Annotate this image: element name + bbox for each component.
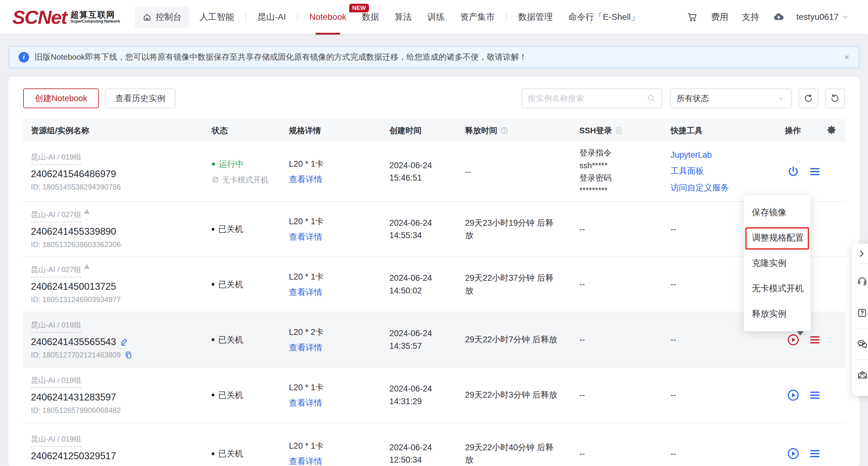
chevron-right-icon[interactable] [852,244,868,263]
status-label: 已关机 [218,448,243,459]
status-dot [212,228,214,231]
search-input[interactable] [528,94,647,103]
notice-banner: i 旧版Notebook即将下线，您可以将原有镜像中数据保存至共享存储或固化原有… [9,46,859,68]
operations-cell [766,334,845,346]
view-details-link[interactable]: 查看详情 [289,287,322,298]
tool-link[interactable]: 工具面板 [671,166,766,177]
context-menu-item[interactable]: 无卡模式开机 [744,276,810,301]
row-menu-icon[interactable] [809,447,821,460]
wechat-icon[interactable] [852,329,868,359]
row-menu-icon[interactable] [809,389,821,401]
table-settings-gear-icon[interactable] [826,125,845,136]
reset-button[interactable] [825,88,845,108]
instance-name: 2406241546486979 [31,169,204,180]
instance-id-text: ID: 1805101170257205601 [31,465,120,466]
instance-id-text: ID: 1805126579906068482 [31,406,121,415]
nav-item-ai[interactable]: 人工智能 [192,0,242,34]
ssh-info-line: ssh***** [579,159,663,172]
play-icon[interactable] [787,389,799,401]
resource-group-label: 昆山-AI / 019组 [31,375,81,388]
context-menu-item[interactable]: 克隆实例 [744,251,810,276]
nav-item-asset-market[interactable]: 资产集市 [453,0,502,34]
column-header-label: 资源组/实例名称 [31,125,89,136]
instance-id: ID: 1805145538294390786 [31,183,204,192]
context-menu-item[interactable]: 释放实例 [744,301,810,326]
refresh-button[interactable] [799,88,818,108]
edit-pencil-icon[interactable] [120,338,128,346]
column-header-label: 快捷工具 [671,125,703,136]
release-time: -- [465,166,560,178]
row-menu-icon[interactable] [809,334,821,346]
nav-item-kunshan-ai[interactable]: 昆山-AI [250,0,293,34]
view-details-link[interactable]: 查看详情 [289,397,322,408]
banner-close-icon[interactable]: × [844,53,849,62]
status-cell: 已关机 [204,224,281,235]
headset-icon[interactable] [852,264,868,297]
no-card-mode-status: 无卡模式开机 [212,175,281,185]
tools-cell: -- [663,449,766,459]
power-icon[interactable] [787,166,799,178]
active-tab-underline [315,33,340,35]
cloud-upload-icon[interactable] [766,11,792,23]
context-menu-item[interactable]: 调整规格配置 [744,225,810,251]
ssh-info-line: 登录指令 [579,147,663,159]
instance-id: ID: 1805101170257205601 [31,465,204,466]
user-menu[interactable]: testyu0617 [792,12,854,22]
status-filter-select[interactable]: 所有状态 [670,88,792,108]
instance-name: 2406241435565543 [31,337,204,348]
nav-item-notebook[interactable]: Notebook NEW [302,0,354,34]
instance-id: ID: 1805132638603362306 [31,240,204,249]
nav-item-algorithm[interactable]: 算法 [387,0,420,34]
view-history-button[interactable]: 查看历史实例 [105,88,176,108]
resource-group-label: 昆山-AI / 027组 [31,265,81,278]
no-card-mode-label: 无卡模式开机 [222,175,269,185]
copy-icon[interactable] [125,351,132,359]
logo-text: SCNet [12,6,67,28]
view-details-link[interactable]: 查看详情 [289,456,322,466]
cart-icon[interactable] [680,12,704,22]
resource-group-label: 昆山-AI / 018组 [31,320,81,333]
table-row: 昆山-AI / 027组2406241455339890ID: 18051326… [23,202,845,257]
release-time: 29天22小时3分钟 后释放 [465,389,560,401]
status-text: 已关机 [212,279,281,290]
instance-name-text: 2406241450013725 [31,281,116,292]
create-notebook-button[interactable]: 创建Notebook [23,88,99,108]
tools-empty: -- [671,335,766,345]
release-time-cell: 29天23小时19分钟 后释放 [457,217,572,242]
no-card-icon [212,176,219,183]
status-dot [212,453,214,455]
resource-group-label: 昆山-AI / 027组 [31,210,81,222]
context-menu-item[interactable]: 保存镜像 [744,200,810,225]
view-details-link[interactable]: 查看详情 [289,174,322,185]
release-time: 29天22小时40分钟 后释放 [465,441,560,466]
tool-link[interactable]: 访问自定义服务 [671,182,766,193]
nav-item-cli-eshell[interactable]: 命令行「E-Shell」 [561,0,647,34]
instance-table: 资源组/实例名称状态规格详情创建时间释放时间SSH登录快捷工具操作 昆山-AI … [23,119,845,466]
nav-item-billing[interactable]: 费用 [704,11,735,23]
status-text: 已关机 [212,334,281,345]
release-time: 29天23小时19分钟 后释放 [465,217,560,242]
tool-link[interactable]: JupyterLab [671,150,766,160]
scnet-logo[interactable]: SCNet 超算互联网 SuperComputing Network [12,6,120,28]
column-header-label: 操作 [785,125,801,136]
tools-cell: -- [663,335,766,345]
view-details-link[interactable]: 查看详情 [289,231,322,242]
ssh-info-line: ********* [579,184,663,196]
column-header-label: 创建时间 [389,125,422,136]
nav-item-data[interactable]: 数据 [354,0,387,34]
view-details-link[interactable]: 查看详情 [289,342,322,353]
spec-text: L20 * 1卡 [289,382,382,393]
ssh-cell: -- [572,449,663,459]
help-box-icon[interactable] [852,297,868,328]
row-menu-icon[interactable] [809,166,821,178]
nav-item-console[interactable]: 控制台 [135,6,189,28]
nav-item-training[interactable]: 训练 [420,0,453,34]
play-icon[interactable] [787,447,799,460]
nav-item-support[interactable]: 支持 [735,11,766,23]
ssh-cell: -- [572,280,663,289]
nav-item-data-mgmt[interactable]: 数据管理 [510,0,561,34]
mail-icon[interactable] [852,360,868,389]
column-header-3: 规格详情 [281,125,382,136]
spec-cell: L20 * 1卡查看详情 [281,382,382,408]
nav-separator [245,12,246,22]
